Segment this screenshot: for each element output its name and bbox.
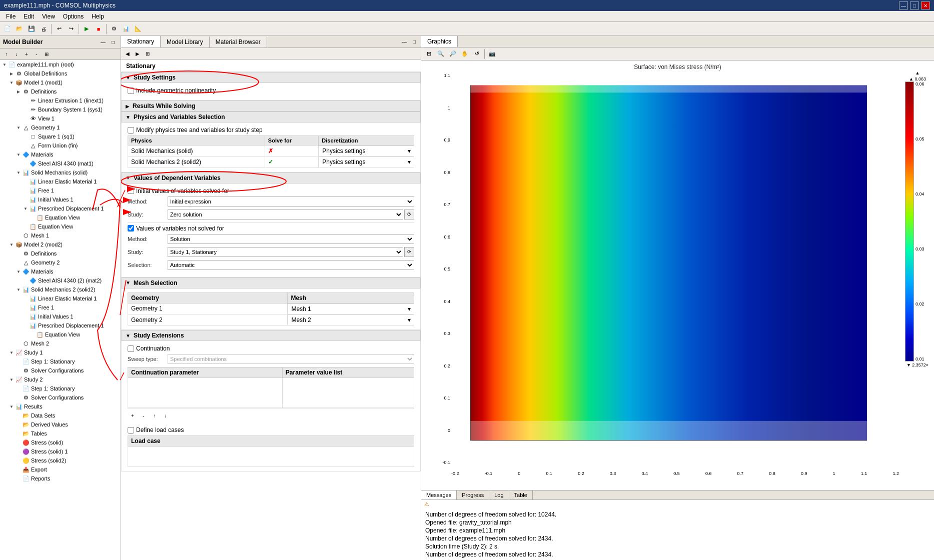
load-cases-checkbox[interactable] xyxy=(128,427,134,434)
tree-toggle-export[interactable] xyxy=(15,466,22,473)
tree-toggle-stresssolid[interactable] xyxy=(15,439,22,446)
tree-toggle-mats1[interactable]: ▼ xyxy=(15,151,22,158)
tree-item-presc1[interactable]: ▼📊Prescribed Displacement 1 xyxy=(0,204,121,213)
redo-button[interactable]: ↪ xyxy=(66,24,77,34)
tree-item-free1[interactable]: 📊Free 1 xyxy=(0,186,121,195)
tree-toggle-model2[interactable]: ▼ xyxy=(8,241,15,248)
tree-toggle-linext1[interactable] xyxy=(22,97,29,104)
tree-item-study2[interactable]: ▼📈Study 2 xyxy=(0,375,121,384)
selection-select[interactable]: Automatic xyxy=(168,260,414,270)
tree-toggle-solidmech1[interactable]: ▼ xyxy=(15,169,22,176)
settings-minimize-btn[interactable]: — xyxy=(400,38,409,46)
mb-down-btn[interactable]: ↓ xyxy=(12,50,21,58)
print-button[interactable]: 🖨 xyxy=(38,24,49,34)
tree-item-solidmech1[interactable]: ▼📊Solid Mechanics (solid) xyxy=(0,168,121,177)
maximize-button[interactable]: □ xyxy=(910,2,919,10)
tree-toggle-initvals1[interactable] xyxy=(22,196,29,203)
settings-expand-btn[interactable]: □ xyxy=(410,38,419,46)
physics-vars-header[interactable]: ▼ Physics and Variables Selection xyxy=(121,112,421,122)
results-while-solving-header[interactable]: ▶ Results While Solving xyxy=(121,100,421,112)
tree-toggle-steel2[interactable] xyxy=(22,277,29,284)
tree-toggle-datasets[interactable] xyxy=(15,412,22,419)
tree-item-tables[interactable]: 📂Tables xyxy=(0,429,121,438)
tree-toggle-globalDefs[interactable]: ▶ xyxy=(8,70,15,77)
tree-item-solidmech2[interactable]: ▼📊Solid Mechanics 2 (solid2) xyxy=(0,285,121,294)
tree-item-steel1[interactable]: 🔷Steel AISI 4340 (mat1) xyxy=(0,159,121,168)
tree-item-stresssolid1[interactable]: 🟣Stress (solid) 1 xyxy=(0,447,121,456)
log-tab[interactable]: Log xyxy=(489,490,509,500)
tree-item-defs2[interactable]: ⚙Definitions xyxy=(0,249,121,258)
tree-toggle-derivedvals[interactable] xyxy=(15,421,22,428)
mb-expand-btn[interactable]: + xyxy=(22,50,31,58)
tree-item-step1stat2[interactable]: 📄Step 1: Stationary xyxy=(0,384,121,393)
progress-tab[interactable]: Progress xyxy=(457,490,489,500)
panel-close-btn[interactable]: □ xyxy=(109,38,118,46)
study-settings-header[interactable]: ▼ Study Settings xyxy=(121,72,421,83)
ext-down-btn[interactable]: ↓ xyxy=(161,410,171,420)
tree-item-free2[interactable]: 📊Free 1 xyxy=(0,303,121,312)
study-select-2[interactable]: Study 1, Stationary xyxy=(168,247,403,257)
tree-item-mesh1[interactable]: ⬡Mesh 1 xyxy=(0,231,121,240)
tool3[interactable]: 📐 xyxy=(133,24,144,34)
tree-toggle-solidmech2[interactable]: ▼ xyxy=(15,286,22,293)
study-extensions-header[interactable]: ▼ Study Extensions xyxy=(121,330,421,341)
pan-btn[interactable]: ✋ xyxy=(459,48,470,60)
tree-item-boundsys1[interactable]: ✏Boundary System 1 (sys1) xyxy=(0,105,121,114)
tree-item-geom1[interactable]: ▼△Geometry 1 xyxy=(0,123,121,132)
dependent-vars-header[interactable]: ▼ Values of Dependent Variables xyxy=(121,172,421,184)
study-btn-1[interactable]: ⟳ xyxy=(404,210,414,220)
open-button[interactable]: 📂 xyxy=(14,24,25,34)
tree-toggle-mesh2[interactable] xyxy=(15,340,22,347)
mb-collapse-btn[interactable]: - xyxy=(32,50,41,58)
tree-toggle-study2[interactable]: ▼ xyxy=(8,376,15,383)
rotate-btn[interactable]: ↺ xyxy=(471,48,482,60)
tree-item-mats2[interactable]: ▼🔷Materials xyxy=(0,267,121,276)
menu-help[interactable]: Help xyxy=(88,12,108,21)
tree-item-stresssolid2[interactable]: 🟡Stress (solid2) xyxy=(0,456,121,465)
geom-nonlinearity-checkbox[interactable] xyxy=(128,88,134,94)
tree-toggle-defs2[interactable] xyxy=(15,250,22,257)
zoom-in-btn[interactable]: 🔍 xyxy=(435,48,446,60)
tree-toggle-step1stat[interactable] xyxy=(15,358,22,365)
tab-stationary[interactable]: Stationary xyxy=(121,36,161,48)
ext-remove-btn[interactable]: - xyxy=(139,410,149,420)
tree-toggle-boundsys1[interactable] xyxy=(22,106,29,113)
screenshot-btn[interactable]: 📷 xyxy=(487,48,498,60)
sweep-type-select[interactable]: Specified combinations xyxy=(168,354,414,364)
tree-toggle-geom2[interactable] xyxy=(15,259,22,266)
tree-item-mats1[interactable]: ▼🔷Materials xyxy=(0,150,121,159)
tree-toggle-defs1[interactable]: ▶ xyxy=(15,88,22,95)
tree-item-sq1[interactable]: □Square 1 (sq1) xyxy=(0,132,121,141)
tree-item-model1[interactable]: ▼📦Model 1 (mod1) xyxy=(0,78,121,87)
tree-toggle-results[interactable]: ▼ xyxy=(8,403,15,410)
zoom-fit-btn[interactable]: ⊞ xyxy=(423,48,434,60)
new-button[interactable]: 📄 xyxy=(2,24,13,34)
settings-expand2[interactable]: ⊞ xyxy=(143,49,152,58)
tree-item-globalDefs[interactable]: ▶⚙Global Definitions xyxy=(0,69,121,78)
menu-edit[interactable]: Edit xyxy=(20,12,38,21)
settings-tool1[interactable]: ◀ xyxy=(123,49,132,58)
tree-toggle-free2[interactable] xyxy=(22,304,29,311)
run-button[interactable]: ▶ xyxy=(81,24,92,34)
tree-item-stresssolid[interactable]: 🔴Stress (solid) xyxy=(0,438,121,447)
tree-toggle-eqview1[interactable] xyxy=(29,214,36,221)
tree-item-solvercfg2[interactable]: ⚙Solver Configurations xyxy=(0,393,121,402)
tree-item-reports[interactable]: 📄Reports xyxy=(0,474,121,483)
tree-toggle-steel1[interactable] xyxy=(22,160,29,167)
initial-values-checkbox[interactable] xyxy=(128,188,134,194)
tree-item-fin[interactable]: △Form Union (fin) xyxy=(0,141,121,150)
menu-file[interactable]: File xyxy=(2,12,20,21)
tree-toggle-view1[interactable] xyxy=(22,115,29,122)
tree-toggle-geom1[interactable]: ▼ xyxy=(15,124,22,131)
tree-item-solvercfg1[interactable]: ⚙Solver Configurations xyxy=(0,366,121,375)
tree-toggle-free1[interactable] xyxy=(22,187,29,194)
tree-item-defs1[interactable]: ▶⚙Definitions xyxy=(0,87,121,96)
tree-toggle-fin[interactable] xyxy=(22,142,29,149)
tree-item-view1[interactable]: 👁View 1 xyxy=(0,114,121,123)
tree-item-linext1[interactable]: ✏Linear Extrusion 1 (linext1) xyxy=(0,96,121,105)
save-button[interactable]: 💾 xyxy=(26,24,37,34)
not-solved-checkbox[interactable] xyxy=(128,225,134,232)
tree-item-presc2[interactable]: 📊Prescribed Displacement 1 xyxy=(0,321,121,330)
tree-toggle-mats2[interactable]: ▼ xyxy=(15,268,22,275)
tree-item-initvals1[interactable]: 📊Initial Values 1 xyxy=(0,195,121,204)
